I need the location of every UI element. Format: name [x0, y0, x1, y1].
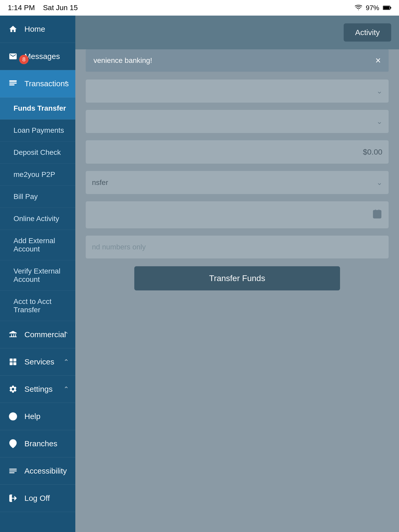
deposit-check-label: Deposit Check	[14, 148, 61, 157]
help-label: Help	[24, 412, 41, 421]
battery-icon	[383, 4, 391, 12]
sidebar-subitem-me2you[interactable]: me2you P2P	[0, 164, 75, 186]
sidebar-item-home[interactable]: Home	[0, 16, 75, 43]
memo-group: nd numbers only	[86, 236, 389, 258]
date-field[interactable]: 31	[86, 201, 389, 228]
from-account-chevron: ⌄	[376, 87, 382, 95]
sidebar-subitem-online-activity[interactable]: Online Activity	[0, 208, 75, 230]
svg-rect-5	[9, 84, 15, 85]
transactions-chevron: ⌃	[63, 80, 69, 88]
sidebar-item-commercial[interactable]: Commercial ⌃	[0, 321, 75, 348]
bill-pay-label: Bill Pay	[14, 192, 38, 201]
amount-value: $0.00	[363, 148, 382, 156]
services-label: Services	[24, 357, 54, 366]
branches-icon	[7, 438, 19, 449]
services-chevron: ⌃	[63, 358, 69, 366]
sidebar-subitem-deposit-check[interactable]: Deposit Check	[0, 142, 75, 164]
services-icon	[7, 356, 19, 368]
memo-placeholder: nd numbers only	[92, 243, 146, 251]
accessibility-icon	[7, 465, 19, 477]
messages-label: Messages	[24, 52, 60, 61]
amount-group: $0.00	[86, 140, 389, 164]
sidebar-item-accessibility[interactable]: Accessibility	[0, 457, 75, 485]
svg-rect-9	[13, 362, 16, 365]
me2you-label: me2you P2P	[14, 170, 55, 179]
home-label: Home	[24, 25, 45, 34]
home-icon	[7, 23, 19, 35]
commercial-icon	[7, 329, 19, 340]
sidebar-subitem-bill-pay[interactable]: Bill Pay	[0, 186, 75, 208]
sidebar-item-messages[interactable]: 8 Messages	[0, 43, 75, 70]
amount-field[interactable]: $0.00	[86, 140, 389, 164]
transfer-type-select[interactable]: nsfer ⌄	[86, 171, 389, 194]
battery-percent: 97%	[366, 4, 379, 12]
date: Sat Jun 15	[43, 4, 78, 12]
activity-button[interactable]: Activity	[344, 23, 391, 42]
acct-transfer-label: Acct to Acct Transfer	[14, 297, 68, 314]
logoff-label: Log Off	[24, 494, 50, 503]
sidebar-item-logoff[interactable]: Log Off	[0, 485, 75, 512]
settings-chevron: ⌃	[63, 385, 69, 393]
messages-icon: 8	[7, 51, 19, 62]
help-icon	[7, 411, 19, 422]
date-group: 31	[86, 201, 389, 228]
add-external-label: Add External Account	[14, 237, 68, 253]
online-activity-label: Online Activity	[14, 215, 59, 223]
commercial-chevron: ⌃	[63, 331, 69, 339]
sidebar: Home 8 Messages Transactions ⌃	[0, 16, 75, 532]
banner-text: venience banking!	[94, 56, 152, 65]
banner-close-button[interactable]: ×	[375, 55, 381, 66]
sidebar-item-settings[interactable]: Settings ⌃	[0, 376, 75, 403]
svg-rect-4	[9, 83, 17, 84]
svg-rect-2	[390, 7, 391, 9]
verify-external-label: Verify External Account	[14, 267, 68, 284]
to-account-chevron: ⌄	[376, 117, 382, 126]
messages-badge: 8	[19, 55, 29, 64]
from-account-group: ⌄	[86, 79, 389, 103]
transactions-icon	[7, 78, 19, 89]
settings-icon	[7, 383, 19, 395]
sidebar-item-transactions[interactable]: Transactions ⌃	[0, 70, 75, 97]
settings-label: Settings	[24, 385, 52, 394]
sidebar-subitem-acct-transfer[interactable]: Acct to Acct Transfer	[0, 291, 75, 321]
svg-rect-7	[13, 358, 16, 361]
transfer-type-group: nsfer ⌄	[86, 171, 389, 194]
wifi-icon	[355, 4, 362, 12]
transfer-funds-button[interactable]: Transfer Funds	[134, 266, 340, 290]
transfer-type-chevron: ⌄	[376, 178, 382, 187]
funds-transfer-label: Funds Transfer	[14, 104, 66, 112]
loan-payments-label: Loan Payments	[14, 126, 64, 135]
transfer-type-value: nsfer	[92, 178, 108, 187]
to-account-select[interactable]: ⌄	[86, 110, 389, 133]
status-bar: 1:14 PM Sat Jun 15 97%	[0, 0, 399, 16]
commercial-label: Commercial	[24, 330, 66, 339]
logoff-icon	[7, 493, 19, 504]
app-container: Home 8 Messages Transactions ⌃	[0, 16, 399, 532]
svg-rect-8	[10, 362, 12, 365]
svg-rect-6	[10, 358, 12, 361]
sidebar-item-help[interactable]: Help	[0, 403, 75, 430]
svg-rect-3	[9, 80, 17, 82]
accessibility-label: Accessibility	[24, 467, 67, 475]
from-account-select[interactable]: ⌄	[86, 79, 389, 103]
branches-label: Branches	[24, 439, 57, 448]
memo-field[interactable]: nd numbers only	[86, 236, 389, 258]
sidebar-subitem-funds-transfer[interactable]: Funds Transfer	[0, 97, 75, 119]
time: 1:14 PM	[8, 4, 35, 12]
svg-point-11	[12, 442, 14, 444]
sidebar-subitem-verify-external[interactable]: Verify External Account	[0, 260, 75, 291]
top-bar: Activity	[75, 16, 399, 49]
sidebar-item-services[interactable]: Services ⌃	[0, 348, 75, 376]
sidebar-item-branches[interactable]: Branches	[0, 430, 75, 457]
to-account-group: ⌄	[86, 110, 389, 133]
sidebar-subitem-loan-payments[interactable]: Loan Payments	[0, 119, 75, 142]
transactions-label: Transactions	[24, 79, 69, 88]
svg-text:31: 31	[375, 214, 378, 217]
main-content: Activity venience banking! × ⌄ ⌄	[75, 16, 399, 532]
notification-banner: venience banking! ×	[86, 49, 389, 72]
svg-rect-1	[383, 6, 390, 9]
sidebar-subitem-add-external[interactable]: Add External Account	[0, 230, 75, 260]
calendar-icon: 31	[372, 209, 382, 221]
status-indicators: 97%	[355, 4, 391, 12]
status-time-date: 1:14 PM Sat Jun 15	[8, 4, 78, 12]
